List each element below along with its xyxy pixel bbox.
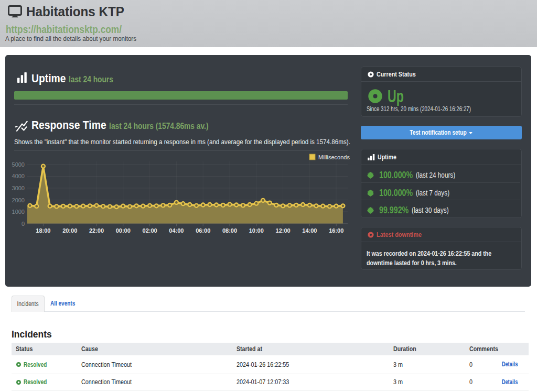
svg-text:22:00: 22:00 bbox=[89, 227, 104, 234]
svg-text:18:00: 18:00 bbox=[36, 227, 50, 234]
svg-text:2000: 2000 bbox=[12, 197, 25, 203]
svg-text:1000: 1000 bbox=[12, 209, 25, 215]
svg-text:Milliseconds: Milliseconds bbox=[318, 154, 350, 160]
svg-text:0: 0 bbox=[22, 221, 25, 227]
svg-text:20:00: 20:00 bbox=[62, 227, 77, 234]
svg-text:12:00: 12:00 bbox=[276, 227, 291, 234]
svg-text:08:00: 08:00 bbox=[222, 227, 237, 234]
svg-text:16:00: 16:00 bbox=[329, 227, 343, 234]
svg-text:00:00: 00:00 bbox=[116, 227, 131, 234]
svg-text:04:00: 04:00 bbox=[169, 227, 184, 234]
svg-text:4000: 4000 bbox=[12, 173, 25, 179]
svg-text:5000: 5000 bbox=[12, 161, 25, 168]
svg-text:3000: 3000 bbox=[12, 185, 25, 191]
svg-text:10:00: 10:00 bbox=[249, 227, 264, 234]
svg-text:14:00: 14:00 bbox=[302, 227, 317, 234]
svg-text:06:00: 06:00 bbox=[196, 227, 210, 234]
svg-text:02:00: 02:00 bbox=[143, 227, 157, 234]
